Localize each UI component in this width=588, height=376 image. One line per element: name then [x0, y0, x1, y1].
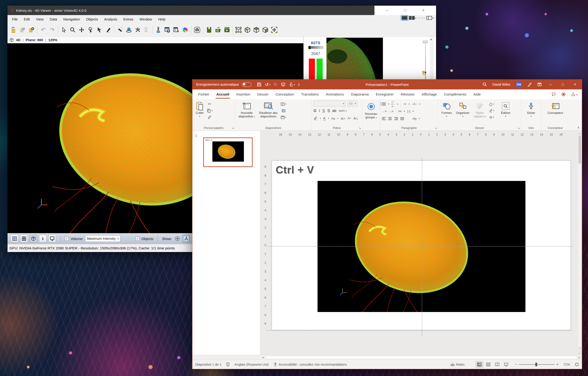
color-palette-icon[interactable]: [181, 25, 189, 35]
designer-button[interactable]: Concepteur: [546, 101, 565, 115]
close-document-icon[interactable]: [27, 25, 36, 35]
draw-tool-icon[interactable]: [104, 25, 113, 35]
spark-tool-icon[interactable]: [133, 25, 142, 35]
shape-outline-button[interactable]: ▾: [489, 108, 495, 113]
vertical-guide[interactable]: [422, 158, 422, 336]
comments-button[interactable]: [550, 91, 558, 98]
decrease-indent-button[interactable]: ←≡: [382, 110, 387, 113]
notes-button[interactable]: ˄ Notes: [451, 363, 465, 366]
font-dialog-launcher[interactable]: ↘: [359, 127, 361, 130]
copy-button[interactable]: ▾: [207, 108, 213, 113]
link-views-button[interactable]: ⊂⊃▾: [418, 16, 425, 20]
horizontal-ruler[interactable]: 1615141312111098765432101234567891011121…: [279, 132, 563, 137]
tab-transitions[interactable]: Transitions: [297, 89, 322, 99]
shapes-button[interactable]: Formes▾: [440, 101, 453, 118]
cube-x-icon[interactable]: [243, 25, 252, 35]
tab-fichier[interactable]: Fichier: [195, 89, 213, 99]
close-button[interactable]: ×: [418, 8, 429, 13]
change-case-button[interactable]: Aa: [331, 117, 335, 120]
previous-slide-button[interactable]: ⌃: [578, 347, 581, 350]
section-button[interactable]: ▾: [280, 114, 286, 120]
line-spacing-button[interactable]: ↕≡: [403, 102, 406, 106]
single-view-button[interactable]: [402, 16, 407, 20]
slideshow-from-start-icon[interactable]: [281, 82, 285, 87]
vertical-ruler[interactable]: 9876543210123456789: [263, 165, 268, 325]
fit-slide-button[interactable]: [575, 362, 579, 366]
increase-indent-button[interactable]: →≡: [389, 110, 393, 113]
menu-item[interactable]: Data: [47, 16, 60, 22]
paragraph-dialog-launcher[interactable]: ↘: [435, 127, 437, 130]
node-tool-icon[interactable]: [142, 25, 151, 35]
redo-icon[interactable]: ↷: [48, 25, 57, 35]
slide-layout-button[interactable]: ▾: [280, 101, 286, 107]
scroll-up-icon[interactable]: ▲: [430, 38, 432, 41]
tab-affichage[interactable]: Affichage: [418, 89, 440, 99]
align-text-button[interactable]: [↕]: [407, 110, 410, 113]
minimize-button[interactable]: –: [382, 8, 393, 13]
undo-icon[interactable]: ↺: [265, 82, 269, 87]
columns-button[interactable]: ≡≡: [398, 110, 401, 113]
underline-button[interactable]: S: [323, 109, 325, 113]
reuse-slides-button[interactable]: Réutiliser desdiapositives: [258, 101, 279, 118]
grow-font-button[interactable]: A˄: [341, 117, 345, 120]
dictate-button[interactable]: Dicter▾: [526, 101, 536, 118]
shape-fill-button[interactable]: ▾: [489, 101, 495, 107]
slide-canvas[interactable]: Ctrl + V: [272, 161, 571, 330]
collapse-ribbon-icon[interactable]: ∧: [577, 126, 579, 129]
bounding-box-icon[interactable]: [234, 25, 243, 35]
font-name-select[interactable]: ▾: [314, 100, 346, 107]
movie-export-icon[interactable]: [222, 25, 231, 35]
magic-wand-icon[interactable]: [116, 25, 125, 35]
new-slide-button[interactable]: Nouvellediapositive ▾: [237, 101, 256, 119]
bookmark-icon[interactable]: [205, 25, 214, 35]
hd-snapshot-icon[interactable]: HD: [214, 25, 222, 35]
horizontal-guide-bottom[interactable]: [266, 330, 572, 331]
show-axes-icon[interactable]: [183, 235, 190, 242]
cube-view-button[interactable]: [30, 235, 37, 242]
slideshow-view-button[interactable]: [502, 361, 510, 368]
table-chart-icon[interactable]: [163, 25, 172, 35]
zoom-out-button[interactable]: −: [515, 362, 517, 367]
undo-icon[interactable]: ↶: [39, 25, 48, 35]
tab-dessin[interactable]: Dessin: [254, 89, 272, 99]
clear-format-button[interactable]: A◇: [354, 117, 358, 120]
grid-pane-button[interactable]: [20, 235, 28, 242]
shape-effects-button[interactable]: ▾: [489, 114, 495, 120]
drawing-dialog-launcher[interactable]: ↘: [518, 127, 520, 130]
text-shadow-button[interactable]: S: [327, 109, 330, 113]
close-button[interactable]: ×: [572, 82, 578, 86]
shrink-font-button[interactable]: A˅: [348, 117, 351, 120]
cube-y-icon[interactable]: [252, 25, 261, 35]
maximize-button[interactable]: □: [400, 8, 411, 13]
record-button[interactable]: [559, 91, 567, 98]
arrange-button[interactable]: Organiser▾: [455, 101, 471, 118]
slide-thumbnail[interactable]: Ctrl + V: [203, 137, 252, 167]
zoom-tool-icon[interactable]: [68, 25, 77, 35]
menu-item[interactable]: Objects: [83, 16, 101, 22]
editing-button[interactable]: Édition▾: [500, 101, 512, 118]
user-avatar[interactable]: DW: [515, 81, 522, 88]
menu-item[interactable]: File: [9, 16, 21, 22]
tab-accueil[interactable]: Accueil: [213, 89, 233, 99]
auto-contrast-button[interactable]: AUTO: [311, 41, 320, 45]
slide-title-text[interactable]: Ctrl + V: [276, 164, 314, 176]
vision4d-titlebar[interactable]: Kidney.sis - 4D Viewer - arivis Vision4D…: [8, 6, 436, 15]
tab-conception[interactable]: Conception: [272, 89, 297, 99]
next-slide-button[interactable]: ⌄: [578, 351, 581, 354]
save-icon[interactable]: [18, 25, 27, 35]
font-size-select[interactable]: 40▾: [347, 100, 357, 107]
tab-complements[interactable]: Compléments: [440, 89, 470, 99]
character-spacing-button[interactable]: A⇄V ▾: [339, 109, 347, 112]
volume-checkbox[interactable]: ✓: [65, 237, 69, 241]
autosave-toggle[interactable]: [242, 82, 252, 87]
panel-layers-icon[interactable]: [421, 70, 427, 75]
layout-button[interactable]: ▾: [426, 16, 434, 20]
scroll-right-icon[interactable]: ▸: [577, 356, 582, 359]
justify-button[interactable]: [400, 117, 404, 120]
tab-aide[interactable]: Aide: [470, 89, 484, 99]
menu-item[interactable]: Help: [155, 16, 168, 22]
vertical-scrollbar[interactable]: ▲: [578, 132, 581, 347]
presentation-button[interactable]: [48, 235, 56, 242]
align-right-button[interactable]: [394, 117, 398, 120]
search-icon[interactable]: [483, 82, 487, 87]
